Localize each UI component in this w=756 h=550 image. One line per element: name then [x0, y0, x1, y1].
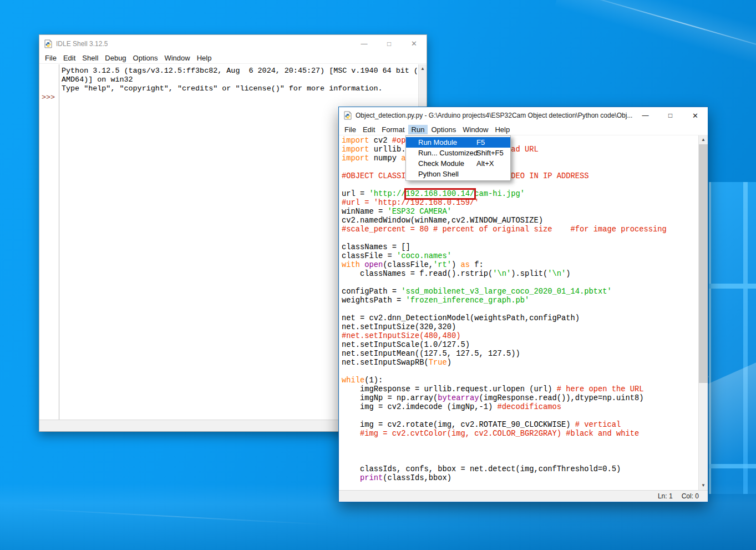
code-token: img = cv2.imdecode (imgNp,-1): [342, 403, 498, 411]
code-token: True: [429, 359, 447, 367]
code-line: classFile = 'coco.names': [342, 252, 698, 261]
code-line: weightsPath = 'frozen_inference_graph.pb…: [342, 296, 698, 305]
close-icon[interactable]: ✕: [402, 35, 427, 52]
editor-text-area[interactable]: import cv2 #opencv libraryimport urllib.…: [342, 137, 698, 483]
menu-item-label: Check Module: [418, 159, 476, 168]
status-line-indicator: Ln: 1: [658, 492, 673, 500]
code-line: imgResponse = urllib.request.urlopen (ur…: [342, 385, 698, 394]
code-token: import: [342, 145, 369, 154]
code-token: (1):: [364, 376, 383, 385]
code-line: classNames = []: [342, 243, 698, 252]
menu-item-python-shell[interactable]: Python Shell: [406, 169, 510, 179]
menu-item-label: Python Shell: [418, 170, 476, 178]
scroll-down-icon[interactable]: ▼: [701, 481, 706, 490]
code-token: as: [461, 261, 470, 269]
code-line: [342, 163, 698, 172]
menu-item-help[interactable]: Help: [194, 53, 215, 63]
code-token: '\n': [493, 270, 511, 278]
code-token: net.setInputScale(1.0/127.5): [342, 341, 470, 349]
code-token: classNames = []: [342, 243, 410, 251]
menu-item-options[interactable]: Options: [428, 125, 459, 134]
code-line: [342, 279, 698, 287]
menu-item-file[interactable]: File: [341, 125, 359, 134]
windows-logo-horizontal-bar: [709, 284, 756, 289]
code-token: net = cv2.dnn_DetectionModel(weightsPath…: [342, 314, 580, 322]
code-token: '\n': [547, 270, 566, 278]
code-token: cam-hi.jpg': [474, 190, 525, 198]
code-token: with: [342, 261, 360, 269]
code-token: winName =: [342, 208, 388, 216]
minimize-icon[interactable]: —: [352, 35, 377, 52]
code-token: weightsPath =: [342, 296, 406, 305]
code-token: cv2: [369, 137, 392, 145]
code-token: bytearray: [438, 394, 479, 402]
maximize-icon[interactable]: □: [377, 35, 402, 52]
menu-item-options[interactable]: Options: [130, 53, 161, 63]
menu-item-file[interactable]: File: [42, 53, 60, 63]
editor-titlebar[interactable]: Object_detection.py.py - G:\Arduino proj…: [339, 107, 708, 124]
menu-item-run-customized[interactable]: Run... Customized Shift+F5: [406, 148, 510, 158]
code-line: net.setInputScale(1.0/127.5): [342, 341, 698, 350]
code-line: [342, 456, 698, 465]
shell-prompt: >>>: [39, 93, 59, 102]
wallpaper-beam-glow: [555, 0, 756, 80]
menu-item-check-module[interactable]: Check Module Alt+X: [406, 158, 510, 169]
code-token: #img = cv2.cvtColor(img, cv2.COLOR_BGR2G…: [342, 430, 639, 438]
code-token: configPath =: [342, 287, 401, 296]
scrollbar-thumb[interactable]: [699, 144, 708, 383]
menu-item-window[interactable]: Window: [459, 125, 491, 134]
scroll-up-icon[interactable]: ▲: [420, 64, 425, 73]
code-token: classIds, confs, bbox = net.detect(img,c…: [342, 465, 621, 473]
code-token: # vertical: [575, 421, 621, 429]
code-token: #decodificamos: [498, 403, 562, 411]
menu-item-format[interactable]: Format: [378, 125, 408, 134]
menu-item-run-module[interactable]: Run Module F5: [406, 137, 510, 148]
menu-item-shell[interactable]: Shell: [79, 53, 102, 63]
code-token: #net.setInputSize(480,480): [342, 332, 461, 340]
code-token: 'frozen_inference_graph.pb': [406, 296, 530, 305]
maximize-icon[interactable]: □: [658, 107, 683, 124]
editor-menubar: File Edit Format Run Options Window Help: [339, 124, 708, 135]
menu-item-accelerator: Alt+X: [476, 159, 494, 168]
code-token: numpy: [369, 154, 402, 163]
code-line: classNames = f.read().rstrip('\n').split…: [342, 270, 698, 279]
code-line: [342, 367, 698, 376]
windows-logo-wallpaper: [709, 182, 756, 494]
code-token: open: [364, 261, 383, 269]
editor-caption-buttons: — □ ✕: [633, 107, 708, 124]
shell-titlebar[interactable]: IDLE Shell 3.12.5 — □ ✕: [39, 35, 427, 52]
menu-item-edit[interactable]: Edit: [359, 125, 378, 134]
code-line: net.setInputMean((127.5, 127.5, 127.5)): [342, 350, 698, 359]
editor-scrollbar[interactable]: ▲ ▼: [698, 135, 708, 490]
menu-item-debug[interactable]: Debug: [102, 53, 129, 63]
menu-item-accelerator: Shift+F5: [476, 149, 504, 157]
shell-output-line: AMD64)] on win32: [62, 75, 418, 84]
shell-output-area[interactable]: Python 3.12.5 (tags/v3.12.5:ff3bc82, Aug…: [62, 67, 418, 93]
code-line: #img = cv2.cvtColor(img, cv2.COLOR_BGR2G…: [342, 430, 698, 438]
code-token: #url = 'http://192.168.0.159/': [342, 199, 479, 207]
code-token: classFile =: [342, 252, 397, 260]
code-token: 'rt': [433, 261, 451, 269]
code-line: print(classIds,bbox): [342, 474, 698, 483]
code-token: imgResponse = urllib.request.urlopen (ur…: [342, 385, 557, 393]
code-line: cv2.namedWindow(winName,cv2.WINDOW_AUTOS…: [342, 216, 698, 225]
code-token: url =: [342, 190, 369, 198]
menu-item-run[interactable]: Run: [408, 125, 428, 134]
scroll-up-icon[interactable]: ▲: [701, 135, 706, 144]
code-token: ): [447, 359, 451, 367]
code-token: ): [566, 270, 570, 278]
menu-item-window[interactable]: Window: [161, 53, 193, 63]
code-token: print: [360, 474, 383, 482]
code-line: import cv2 #opencv library: [342, 137, 698, 145]
minimize-icon[interactable]: —: [633, 107, 658, 124]
code-token: net.setInputSwapRB(: [342, 359, 429, 367]
menu-item-help[interactable]: Help: [491, 125, 513, 134]
code-token: (classFile,: [383, 261, 433, 269]
code-line: with open(classFile,'rt') as f:: [342, 261, 698, 270]
code-line: [342, 305, 698, 314]
menu-item-edit[interactable]: Edit: [60, 53, 79, 63]
close-icon[interactable]: ✕: [683, 107, 708, 124]
menu-item-label: Run... Customized: [418, 149, 476, 157]
code-line: img = cv2.rotate(img, cv2.ROTATE_90_CLOC…: [342, 421, 698, 430]
code-token: net.setInputMean((127.5, 127.5, 127.5)): [342, 350, 520, 358]
